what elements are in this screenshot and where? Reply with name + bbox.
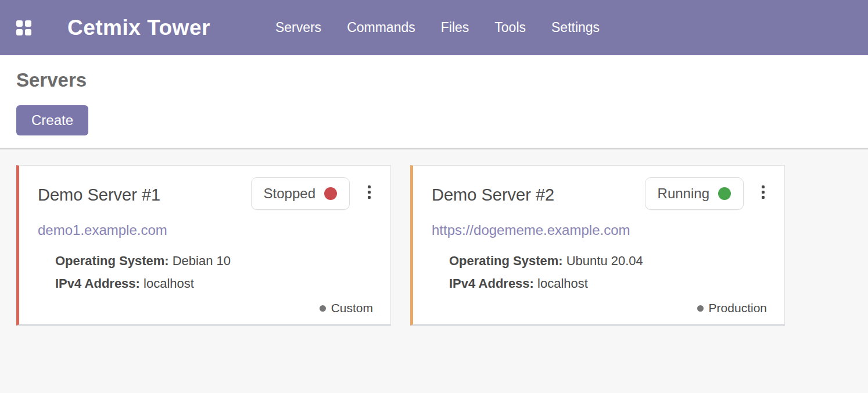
status-badge[interactable]: Running — [645, 177, 744, 210]
status-dot-icon — [324, 187, 337, 200]
os-label: Operating System: — [449, 253, 563, 268]
ip-row: IPv4 Address: localhost — [55, 272, 373, 295]
os-row: Operating System: Ubuntu 20.04 — [449, 249, 767, 272]
server-card: Demo Server #2 Running https://dogememe.… — [410, 165, 785, 326]
status-label: Stopped — [264, 185, 315, 202]
server-name[interactable]: Demo Server #1 — [38, 177, 251, 205]
grid-square — [16, 29, 23, 35]
grid-square — [25, 29, 31, 35]
server-url-link[interactable]: demo1.example.com — [38, 222, 167, 238]
tag-label: Production — [709, 301, 767, 315]
card-header: Demo Server #1 Stopped — [38, 177, 373, 210]
server-card: Demo Server #1 Stopped demo1.example.com… — [16, 165, 391, 326]
ip-value: localhost — [144, 276, 194, 291]
nav-item-servers[interactable]: Servers — [275, 20, 321, 35]
tag-dot-icon — [697, 305, 704, 312]
grid-square — [16, 20, 23, 27]
main-nav: Servers Commands Files Tools Settings — [275, 20, 600, 35]
page-header: Servers Create — [0, 55, 868, 149]
ip-label: IPv4 Address: — [55, 276, 140, 291]
tag-dot-icon — [320, 305, 326, 312]
ip-row: IPv4 Address: localhost — [449, 272, 767, 295]
page-title: Servers — [16, 69, 852, 91]
server-name[interactable]: Demo Server #2 — [432, 177, 645, 205]
kebab-menu-icon[interactable] — [365, 183, 373, 201]
tag-label: Custom — [331, 301, 373, 315]
top-navbar: Cetmix Tower Servers Commands Files Tool… — [0, 0, 868, 55]
status-badge[interactable]: Stopped — [251, 177, 350, 210]
server-tag: Production — [697, 301, 767, 315]
grid-square — [25, 20, 31, 27]
apps-grid-icon[interactable] — [16, 20, 31, 35]
server-details: Operating System: Debian 10 IPv4 Address… — [55, 249, 373, 295]
nav-item-settings[interactable]: Settings — [551, 20, 600, 35]
card-header: Demo Server #2 Running — [432, 177, 767, 210]
status-label: Running — [658, 185, 709, 202]
ip-value: localhost — [537, 276, 588, 291]
server-details: Operating System: Ubuntu 20.04 IPv4 Addr… — [449, 249, 767, 295]
os-row: Operating System: Debian 10 — [55, 249, 373, 272]
create-button[interactable]: Create — [16, 105, 88, 135]
server-tag: Custom — [320, 301, 373, 315]
nav-item-tools[interactable]: Tools — [494, 20, 526, 35]
server-cards-area: Demo Server #1 Stopped demo1.example.com… — [0, 149, 868, 326]
nav-item-commands[interactable]: Commands — [347, 20, 415, 35]
os-value: Debian 10 — [173, 253, 231, 268]
ip-label: IPv4 Address: — [449, 276, 534, 291]
server-url-link[interactable]: https://dogememe.example.com — [432, 222, 630, 238]
kebab-menu-icon[interactable] — [759, 183, 767, 201]
nav-item-files[interactable]: Files — [441, 20, 469, 35]
app-title[interactable]: Cetmix Tower — [67, 16, 210, 40]
os-value: Ubuntu 20.04 — [566, 253, 643, 268]
status-dot-icon — [718, 187, 731, 200]
os-label: Operating System: — [55, 253, 169, 268]
